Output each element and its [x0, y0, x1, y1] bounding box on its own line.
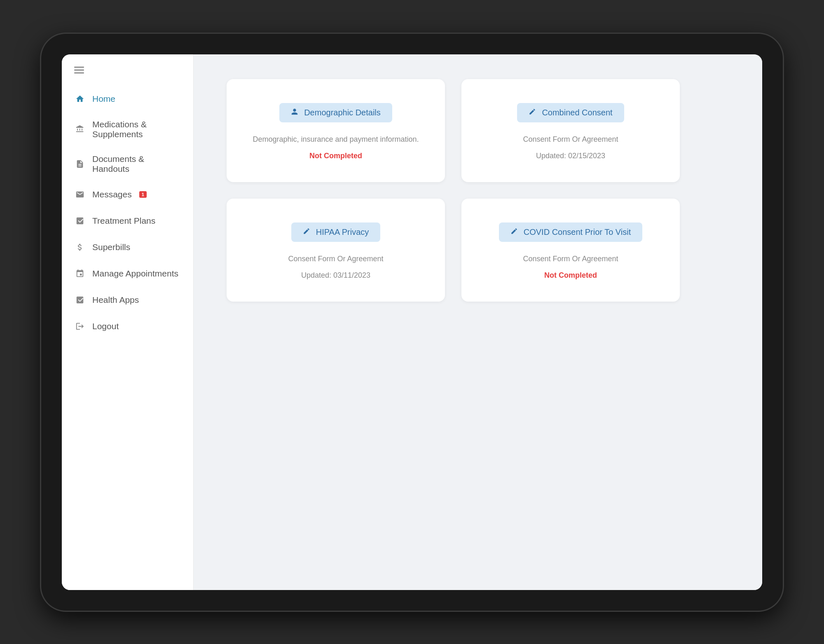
demographic-button[interactable]: Demographic Details — [279, 103, 392, 122]
card-combined-consent[interactable]: Combined Consent Consent Form Or Agreeme… — [461, 79, 680, 182]
card-hipaa[interactable]: HIPAA Privacy Consent Form Or Agreement … — [227, 199, 445, 302]
demographic-button-label: Demographic Details — [304, 108, 381, 117]
sidebar-item-medications[interactable]: Medications & Supplements — [62, 112, 193, 147]
hipaa-button[interactable]: HIPAA Privacy — [291, 222, 381, 242]
sidebar-item-messages[interactable]: Messages 1 — [62, 181, 193, 208]
pencil-icon-consent — [529, 108, 536, 117]
demographic-description: Demographic, insurance and payment infor… — [253, 134, 419, 145]
sidebar-item-documents[interactable]: Documents & Handouts — [62, 147, 193, 181]
sidebar-label-home: Home — [92, 94, 115, 104]
demographic-status: Not Completed — [309, 152, 362, 160]
user-icon — [291, 108, 298, 117]
sidebar-label-messages: Messages — [92, 190, 132, 199]
logout-icon — [74, 321, 86, 332]
tablet-frame: Home Medications & Supplements — [41, 34, 783, 611]
healthapps-icon — [74, 294, 86, 306]
sidebar-item-logout[interactable]: Logout — [62, 313, 193, 340]
sidebar-label-medications: Medications & Supplements — [92, 119, 181, 139]
sidebar-label-documents: Documents & Handouts — [92, 154, 181, 174]
superbills-icon — [74, 241, 86, 253]
pencil-icon-covid — [510, 227, 518, 237]
appointments-icon — [74, 268, 86, 279]
sidebar-item-treatment[interactable]: Treatment Plans — [62, 208, 193, 234]
sidebar-label-treatment: Treatment Plans — [92, 216, 155, 226]
sidebar-item-appointments[interactable]: Manage Appointments — [62, 260, 193, 287]
tablet-screen: Home Medications & Supplements — [62, 54, 762, 590]
combined-consent-button-label: Combined Consent — [542, 108, 612, 117]
cards-grid: Demographic Details Demographic, insuran… — [227, 79, 680, 302]
covid-consent-description: Consent Form Or Agreement — [523, 253, 618, 265]
hamburger-menu[interactable] — [74, 67, 181, 73]
hipaa-status: Updated: 03/11/2023 — [301, 271, 370, 280]
document-icon — [74, 158, 86, 170]
combined-consent-button[interactable]: Combined Consent — [517, 103, 624, 122]
sidebar-item-home[interactable]: Home — [62, 86, 193, 112]
treatment-icon — [74, 215, 86, 227]
messages-badge: 1 — [139, 191, 147, 198]
sidebar-label-healthapps: Health Apps — [92, 295, 139, 305]
sidebar: Home Medications & Supplements — [62, 54, 194, 590]
sidebar-label-superbills: Superbills — [92, 242, 130, 252]
card-demographic[interactable]: Demographic Details Demographic, insuran… — [227, 79, 445, 182]
combined-consent-status: Updated: 02/15/2023 — [536, 152, 605, 160]
combined-consent-description: Consent Form Or Agreement — [523, 134, 618, 145]
hipaa-description: Consent Form Or Agreement — [288, 253, 383, 265]
sidebar-label-logout: Logout — [92, 321, 119, 331]
messages-icon — [74, 189, 86, 200]
hipaa-button-label: HIPAA Privacy — [316, 227, 369, 237]
pencil-icon-hipaa — [303, 227, 310, 237]
covid-consent-status: Not Completed — [544, 271, 597, 280]
sidebar-label-appointments: Manage Appointments — [92, 269, 178, 279]
main-content: Demographic Details Demographic, insuran… — [194, 54, 762, 590]
home-icon — [74, 93, 86, 105]
sidebar-header — [62, 54, 193, 82]
sidebar-item-healthapps[interactable]: Health Apps — [62, 287, 193, 313]
covid-consent-button[interactable]: COVID Consent Prior To Visit — [499, 222, 642, 242]
covid-consent-button-label: COVID Consent Prior To Visit — [524, 227, 631, 237]
nav-items: Home Medications & Supplements — [62, 82, 193, 590]
card-covid-consent[interactable]: COVID Consent Prior To Visit Consent For… — [461, 199, 680, 302]
sidebar-item-superbills[interactable]: Superbills — [62, 234, 193, 260]
medication-icon — [74, 124, 86, 135]
